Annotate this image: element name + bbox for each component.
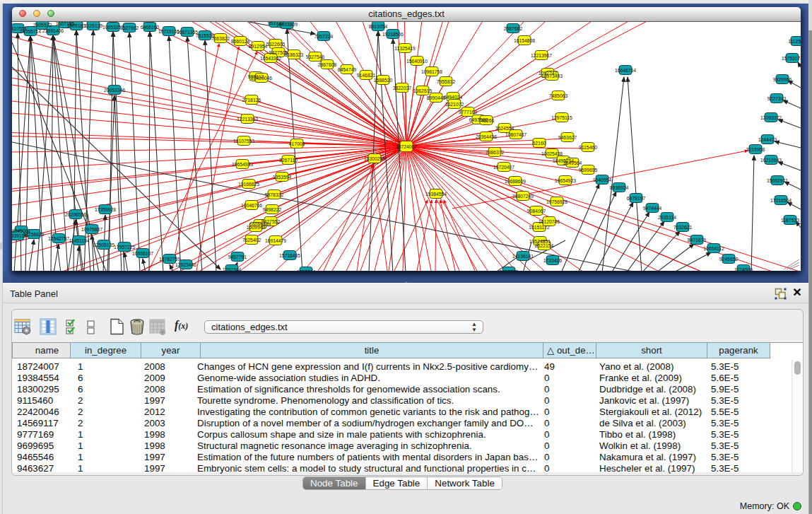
- svg-text:20053346: 20053346: [104, 88, 125, 93]
- svg-text:12923446: 12923446: [175, 262, 196, 267]
- svg-text:7986372: 7986372: [486, 150, 505, 155]
- svg-text:9474444: 9474444: [643, 206, 662, 211]
- svg-text:8471676: 8471676: [688, 238, 707, 243]
- svg-text:1167533: 1167533: [781, 218, 799, 223]
- svg-text:9227343: 9227343: [767, 96, 787, 101]
- svg-text:9457791: 9457791: [228, 255, 247, 259]
- svg-text:16543362: 16543362: [260, 56, 281, 61]
- svg-text:1057214: 1057214: [297, 269, 316, 271]
- svg-text:3215958: 3215958: [746, 147, 765, 152]
- svg-text:10973493: 10973493: [541, 74, 563, 78]
- svg-text:16210643: 16210643: [760, 158, 782, 163]
- svg-text:2718126: 2718126: [242, 98, 261, 103]
- svg-text:12213363: 12213363: [237, 117, 258, 122]
- svg-text:18724007: 18724007: [396, 144, 417, 149]
- svg-text:10975867: 10975867: [81, 227, 102, 232]
- svg-text:12942757: 12942757: [48, 236, 69, 241]
- svg-text:12975115: 12975115: [551, 115, 572, 120]
- svg-text:1609949: 1609949: [247, 225, 266, 230]
- svg-text:20206556: 20206556: [65, 212, 86, 217]
- svg-text:9457793: 9457793: [500, 269, 519, 271]
- svg-text:1640954: 1640954: [593, 177, 612, 182]
- svg-text:5878332: 5878332: [265, 192, 284, 197]
- svg-text:1244413: 1244413: [758, 137, 777, 142]
- svg-text:8912954: 8912954: [249, 44, 268, 49]
- svg-text:7357224: 7357224: [314, 34, 334, 39]
- svg-text:1112549: 1112549: [788, 39, 801, 44]
- svg-text:1362615: 1362615: [413, 88, 433, 93]
- svg-text:18807249: 18807249: [512, 194, 534, 199]
- svg-text:23691406: 23691406: [42, 28, 64, 33]
- svg-text:16120746: 16120746: [539, 219, 560, 224]
- svg-text:3267110: 3267110: [279, 158, 298, 163]
- svg-text:15692971: 15692971: [767, 178, 788, 183]
- svg-text:1029139: 1029139: [84, 23, 103, 28]
- svg-text:15720407: 15720407: [493, 165, 514, 170]
- svg-text:10961758: 10961758: [421, 69, 442, 74]
- svg-text:16914479: 16914479: [265, 238, 286, 243]
- svg-text:11325419: 11325419: [394, 46, 416, 51]
- svg-text:15640910: 15640910: [406, 59, 428, 64]
- svg-text:1292344: 1292344: [223, 267, 242, 271]
- svg-text:9329966: 9329966: [773, 77, 792, 82]
- svg-text:19654923: 19654923: [555, 178, 576, 183]
- svg-text:10807487: 10807487: [505, 132, 526, 137]
- svg-text:8660124: 8660124: [231, 39, 250, 44]
- svg-text:20364436: 20364436: [476, 134, 497, 139]
- svg-text:62160: 62160: [533, 141, 546, 146]
- svg-text:19654933: 19654933: [232, 162, 253, 167]
- svg-text:5322605: 5322605: [266, 42, 286, 47]
- svg-text:1849564: 1849564: [563, 160, 582, 165]
- svg-text:10958107: 10958107: [132, 251, 153, 256]
- svg-text:10654112: 10654112: [703, 246, 724, 251]
- svg-text:2687682: 2687682: [504, 26, 523, 31]
- svg-text:16782759: 16782759: [159, 257, 180, 262]
- svg-text:19218506: 19218506: [382, 32, 404, 37]
- svg-text:9777169: 9777169: [459, 110, 478, 115]
- svg-text:417006: 417006: [289, 141, 305, 146]
- svg-text:14136141: 14136141: [512, 254, 534, 259]
- svg-text:3822037: 3822037: [393, 86, 412, 90]
- svg-text:1527602: 1527602: [120, 25, 139, 30]
- svg-text:16648764: 16648764: [615, 68, 636, 73]
- svg-text:16107553: 16107553: [233, 139, 254, 144]
- svg-text:8454749: 8454749: [338, 67, 357, 72]
- svg-text:8990448: 8990448: [427, 95, 446, 100]
- svg-text:3624554: 3624554: [495, 126, 514, 131]
- svg-text:9327546: 9327546: [306, 54, 325, 59]
- svg-text:2305572: 2305572: [33, 23, 52, 28]
- svg-text:7625402: 7625402: [242, 238, 261, 243]
- svg-text:10046766: 10046766: [241, 203, 262, 208]
- svg-text:17016504: 17016504: [770, 198, 792, 203]
- svg-text:2935114: 2935114: [658, 215, 676, 220]
- svg-text:7955812: 7955812: [437, 79, 456, 84]
- svg-text:17957225: 17957225: [114, 245, 135, 250]
- svg-text:1024506: 1024506: [734, 267, 753, 271]
- svg-text:11156829: 11156829: [23, 232, 44, 237]
- svg-text:16154808: 16154808: [514, 38, 535, 43]
- svg-text:9463627: 9463627: [558, 135, 577, 140]
- svg-text:9699695: 9699695: [579, 168, 598, 173]
- svg-text:8938924: 8938924: [610, 185, 629, 190]
- svg-text:16151172: 16151172: [529, 225, 550, 230]
- svg-text:10756928: 10756928: [546, 199, 567, 204]
- svg-text:1353594: 1353594: [273, 175, 292, 180]
- svg-text:23420046: 23420046: [251, 76, 272, 81]
- svg-text:19384554: 19384554: [425, 192, 447, 197]
- svg-text:11451194: 11451194: [69, 238, 89, 243]
- svg-text:12093372: 12093372: [760, 115, 782, 120]
- svg-text:9115460: 9115460: [579, 145, 597, 150]
- svg-text:17359928: 17359928: [95, 207, 116, 212]
- svg-text:12213967: 12213967: [531, 53, 552, 58]
- svg-text:6494024: 6494024: [444, 95, 463, 100]
- svg-text:1621072: 1621072: [445, 102, 464, 107]
- svg-text:24055714: 24055714: [20, 29, 41, 34]
- svg-text:6466160: 6466160: [141, 25, 160, 30]
- svg-text:1905183: 1905183: [67, 23, 86, 28]
- svg-text:9146821: 9146821: [357, 73, 376, 78]
- svg-text:10688609: 10688609: [505, 179, 526, 184]
- svg-text:19166825: 19166825: [238, 182, 259, 187]
- svg-text:8813054: 8813054: [369, 24, 388, 29]
- svg-text:15716485: 15716485: [279, 253, 300, 258]
- svg-text:10025438: 10025438: [541, 151, 563, 156]
